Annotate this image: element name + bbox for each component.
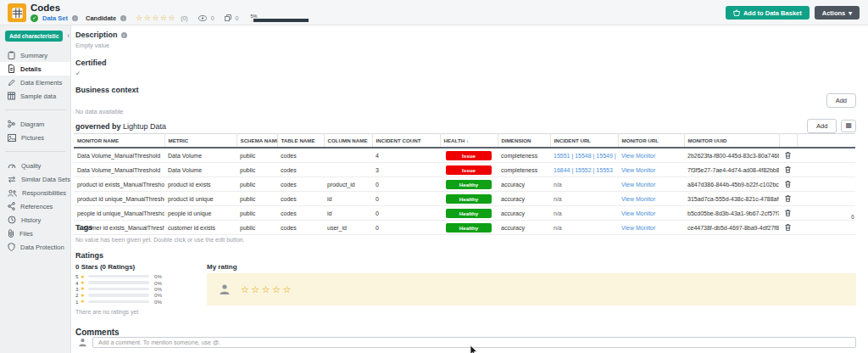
delete-row-button[interactable] bbox=[779, 177, 797, 192]
col-health-label: HEALTH bbox=[444, 137, 465, 143]
health-cell: Issue bbox=[440, 148, 498, 163]
delete-row-button[interactable] bbox=[779, 192, 797, 206]
delete-row-button[interactable] bbox=[779, 221, 797, 235]
incident-url-cell[interactable]: n/a bbox=[550, 206, 618, 221]
sidebar-item-sample-data[interactable]: Sample data bbox=[0, 89, 70, 103]
add-to-data-basket-button[interactable]: Add to Data Basket bbox=[726, 6, 810, 20]
sidebar-item-references[interactable]: References bbox=[0, 199, 70, 213]
schema-name-cell: public bbox=[236, 192, 277, 206]
col-health[interactable]: HEALTH ↓ bbox=[440, 134, 498, 148]
description-heading: Description i bbox=[75, 31, 127, 39]
view-monitor-link[interactable]: View Monitor bbox=[621, 196, 655, 202]
view-monitor-link[interactable]: View Monitor bbox=[621, 153, 655, 159]
monitor-url-cell[interactable]: View Monitor bbox=[618, 206, 684, 221]
tags-empty-text[interactable]: No value has been given yet. Double clic… bbox=[75, 237, 245, 243]
clipboard-icon bbox=[8, 51, 15, 59]
incident-url-cell[interactable]: n/a bbox=[550, 177, 618, 192]
schema-name-cell: public bbox=[236, 163, 277, 177]
delete-row-button[interactable] bbox=[779, 206, 797, 221]
monitor-url-cell[interactable]: View Monitor bbox=[618, 177, 684, 192]
view-monitor-link[interactable]: View Monitor bbox=[621, 167, 655, 173]
col-incident-url[interactable]: INCIDENT URL bbox=[550, 134, 618, 148]
monitor-url-cell[interactable]: View Monitor bbox=[618, 192, 684, 206]
histogram-percent: 0% bbox=[154, 299, 162, 305]
sidebar-item-label: Data Protection bbox=[20, 244, 64, 251]
monitor-name-cell: Data Volume_ManualThreshold bbox=[74, 148, 164, 163]
info-icon[interactable]: i bbox=[120, 15, 126, 21]
metric-cell: Data Volume bbox=[164, 163, 236, 177]
sidebar-item-details[interactable]: Details bbox=[0, 62, 70, 76]
metric-cell: people id unique bbox=[164, 206, 236, 221]
col-dimension[interactable]: DIMENSION bbox=[498, 134, 550, 148]
incident-url-links[interactable]: n/a bbox=[554, 210, 562, 216]
comment-input[interactable] bbox=[92, 337, 856, 348]
histogram-row: 1 ★ 0% bbox=[75, 299, 162, 305]
governed-by-source: Lightup Data bbox=[123, 122, 166, 131]
page-header: Codes ✓ Data Set i Candidate i ☆☆☆☆☆ (0)… bbox=[0, 0, 868, 25]
ratings-summary: 0 Stars (0 Ratings) bbox=[75, 263, 135, 271]
col-monitor-uuid[interactable]: MONITOR UUID bbox=[684, 134, 779, 148]
my-rating-box: ☆☆☆☆☆ bbox=[207, 273, 856, 305]
sidebar-item-data-protection[interactable]: Data Protection bbox=[0, 240, 70, 254]
actions-button[interactable]: Actions ▾ bbox=[815, 6, 860, 20]
sidebar-item-quality[interactable]: Quality bbox=[0, 159, 70, 172]
col-column-name[interactable]: COLUMN NAME bbox=[324, 134, 372, 148]
column-name-cell: id bbox=[324, 192, 372, 206]
view-monitor-link[interactable]: View Monitor bbox=[621, 182, 655, 188]
view-monitor-link[interactable]: View Monitor bbox=[621, 225, 655, 231]
incident-url-links[interactable]: 15551 | 15548 | 15549 | 15550 bbox=[554, 153, 618, 159]
health-cell: Issue bbox=[440, 163, 498, 177]
my-rating-stars[interactable]: ☆☆☆☆☆ bbox=[241, 284, 293, 295]
column-name-cell: user_id bbox=[324, 221, 372, 235]
sidebar-item-similar-data-sets[interactable]: Similar Data Sets bbox=[0, 172, 70, 186]
add-characteristic-button[interactable]: Add characteristic bbox=[5, 31, 63, 42]
governed-by-heading: governed by Lightup Data bbox=[75, 122, 166, 131]
column-name-cell: product_id bbox=[324, 177, 372, 192]
col-schema-name[interactable]: SCHEMA NAME bbox=[236, 134, 277, 148]
incident-url-links[interactable]: n/a bbox=[554, 196, 562, 202]
monitor-url-cell[interactable]: View Monitor bbox=[618, 148, 684, 163]
incident-url-links[interactable]: n/a bbox=[554, 225, 562, 231]
incident-url-links[interactable]: 16844 | 15552 | 15553 bbox=[554, 167, 613, 173]
sidebar-item-label: References bbox=[20, 203, 53, 210]
col-table-name[interactable]: TABLE NAME bbox=[277, 134, 324, 148]
sidebar-item-label: Data Elements bbox=[20, 79, 62, 87]
governed-add-button[interactable]: Add bbox=[807, 119, 837, 133]
col-monitor-name[interactable]: MONITOR NAME bbox=[74, 134, 164, 148]
monitor-url-cell[interactable]: View Monitor bbox=[618, 221, 684, 235]
col-incident-count[interactable]: INCIDENT COUNT bbox=[372, 134, 440, 148]
copies-icon bbox=[225, 14, 231, 21]
delete-row-button[interactable] bbox=[779, 148, 797, 163]
incident-url-cell[interactable]: 15551 | 15548 | 15549 | 15550 bbox=[550, 148, 618, 163]
sidebar-item-files[interactable]: Files bbox=[0, 227, 70, 240]
filler-cell bbox=[797, 163, 855, 177]
monitor-name-cell: product id exists_ManualThreshold bbox=[74, 177, 164, 192]
histogram-row: 2 ★ 0% bbox=[75, 292, 162, 298]
collapse-sidebar-icon[interactable]: ‹ bbox=[67, 32, 70, 40]
certified-value-check-icon: ✓ bbox=[75, 70, 81, 77]
monitor-url-cell[interactable]: View Monitor bbox=[618, 163, 684, 177]
incident-url-links[interactable]: n/a bbox=[554, 182, 562, 188]
incident-url-cell[interactable]: n/a bbox=[550, 221, 618, 235]
actions-label: Actions bbox=[822, 9, 846, 17]
col-monitor-url[interactable]: MONITOR URL bbox=[618, 134, 684, 148]
grid-view-icon[interactable]: ▦ bbox=[841, 120, 856, 132]
view-monitor-link[interactable]: View Monitor bbox=[621, 210, 655, 216]
sidebar-item-history[interactable]: History bbox=[0, 213, 70, 227]
info-icon[interactable]: i bbox=[121, 32, 127, 38]
sidebar-item-summary[interactable]: Summary bbox=[0, 48, 70, 62]
sidebar-item-data-elements[interactable]: Data Elements bbox=[0, 76, 70, 89]
delete-row-button[interactable] bbox=[779, 163, 797, 177]
col-metric[interactable]: METRIC bbox=[164, 134, 236, 148]
sidebar-divider bbox=[5, 151, 65, 152]
schema-name-cell: public bbox=[236, 206, 277, 221]
business-context-add-button[interactable]: Add bbox=[826, 93, 856, 108]
monitor-name-cell: product id unique_ManualThreshold bbox=[74, 192, 164, 206]
sidebar-item-responsibilities[interactable]: Responsibilities bbox=[0, 186, 70, 199]
sidebar-item-diagram[interactable]: Diagram bbox=[0, 117, 70, 131]
info-icon[interactable]: i bbox=[72, 15, 78, 21]
asset-type-label[interactable]: Data Set bbox=[42, 14, 68, 22]
incident-url-cell[interactable]: 16844 | 15552 | 15553 bbox=[550, 163, 618, 177]
incident-url-cell[interactable]: n/a bbox=[550, 192, 618, 206]
sidebar-item-pictures[interactable]: Pictures bbox=[0, 131, 70, 144]
